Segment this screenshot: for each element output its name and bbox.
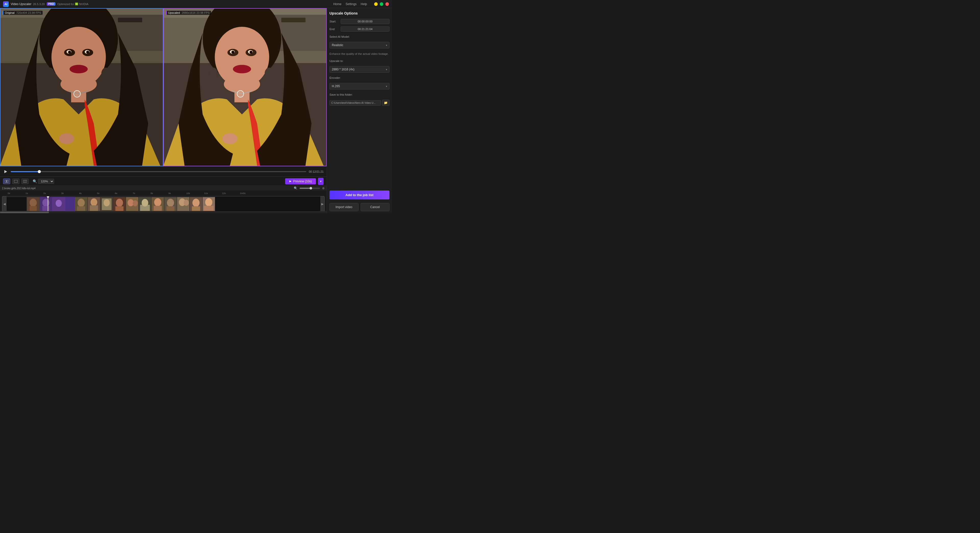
svg-point-34 xyxy=(233,65,251,73)
svg-point-17 xyxy=(45,68,55,79)
original-panel-label: Original 720x404 23.98 FPS xyxy=(3,11,43,15)
timeline-thumb-4 xyxy=(100,197,113,211)
svg-point-84 xyxy=(192,199,200,207)
svg-rect-61 xyxy=(90,205,98,211)
ai-model-value: Realistic xyxy=(332,43,343,47)
svg-rect-43 xyxy=(14,180,18,182)
chevron-down-icon-2: ▾ xyxy=(386,68,387,71)
chevron-down-icon-3: ▾ xyxy=(386,85,387,88)
encoder-label: Encoder: xyxy=(329,76,390,79)
ai-model-dropdown[interactable]: Realistic ▾ xyxy=(329,42,390,48)
folder-row: C:\Users\test\Videos\Nero AI Video U... … xyxy=(329,100,390,106)
preview-dropdown-button[interactable]: ▾ xyxy=(318,178,324,185)
import-video-button[interactable]: Import video xyxy=(329,203,359,211)
encoder-dropdown[interactable]: H.265 ▾ xyxy=(329,83,390,89)
timeline-thumb-8 xyxy=(151,197,164,211)
svg-point-82 xyxy=(184,200,189,206)
timeline-track[interactable] xyxy=(6,197,320,211)
zoom-select[interactable]: 120% 100% 75% 50% xyxy=(38,179,54,184)
svg-point-14 xyxy=(70,65,88,73)
horizontal-scrollbar[interactable] xyxy=(0,211,327,213)
start-input[interactable]: 00:00:00:00 xyxy=(341,19,390,24)
timeline-thumb-7 xyxy=(138,197,151,211)
svg-marker-40 xyxy=(4,170,7,173)
zoom-control: 🔍 120% 100% 75% 50% xyxy=(33,179,54,184)
progress-thumb[interactable] xyxy=(38,170,41,173)
scroll-thumb[interactable] xyxy=(0,212,49,213)
window-controls: − □ × xyxy=(374,2,389,6)
zoom-in-icon[interactable]: ⊕ xyxy=(322,186,325,190)
browse-folder-button[interactable]: 📁 xyxy=(382,100,390,106)
svg-point-78 xyxy=(167,199,174,207)
svg-point-37 xyxy=(209,68,218,79)
upscale-to-label: Upscale to: xyxy=(329,59,390,62)
model-hint: Enhance the quality of the actual video … xyxy=(329,52,390,56)
svg-point-39 xyxy=(222,133,237,144)
svg-rect-76 xyxy=(154,206,162,211)
maximize-button[interactable]: □ xyxy=(380,2,383,6)
timeline-scroll-right[interactable]: ▶ xyxy=(320,197,325,211)
home-link[interactable]: Home xyxy=(333,2,342,6)
svg-point-51 xyxy=(42,199,49,207)
timeline-zoom-slider[interactable] xyxy=(300,188,320,189)
svg-rect-5 xyxy=(118,18,142,22)
single-view-button[interactable] xyxy=(12,179,19,184)
upscale-to-dropdown[interactable]: 2880 * 1616 (4x) ▾ xyxy=(329,66,390,73)
settings-link[interactable]: Settings xyxy=(345,2,356,6)
compare-view-button[interactable] xyxy=(21,179,29,184)
app-version: 26.5.3.20 xyxy=(33,3,45,6)
svg-rect-49 xyxy=(30,206,37,211)
svg-point-33 xyxy=(250,51,253,54)
cancel-button[interactable]: Cancel xyxy=(361,203,390,211)
zoom-out-icon[interactable]: 🔍 xyxy=(294,186,298,190)
upscale-to-value: 2880 * 1616 (4x) xyxy=(332,68,355,71)
svg-point-75 xyxy=(154,198,161,206)
svg-point-70 xyxy=(133,200,138,206)
svg-rect-41 xyxy=(5,180,6,182)
svg-rect-85 xyxy=(192,206,200,211)
svg-marker-46 xyxy=(290,180,291,182)
timeline-thumb-purple-3 xyxy=(65,197,75,211)
main-layout: Original 720x404 23.98 FPS xyxy=(0,8,392,213)
close-button[interactable]: × xyxy=(385,2,389,6)
timeline-thumb-purple-1 xyxy=(40,197,52,211)
progress-bar[interactable] xyxy=(11,171,306,172)
end-label: End: xyxy=(329,27,339,30)
preview-panels: Original 720x404 23.98 FPS xyxy=(0,8,327,166)
title-bar: AI Video Upscaler 26.5.3.20 PRO Optimize… xyxy=(0,0,392,8)
timeline-header: 2.broke.girls.202.hdtv-lol.mp4 🔍 ⊕ xyxy=(0,186,327,190)
zoom-icon: 🔍 xyxy=(33,179,37,183)
chevron-down-icon: ▾ xyxy=(386,44,387,47)
end-input[interactable]: 00:21:21:04 xyxy=(341,27,390,32)
original-video-frame xyxy=(0,9,163,166)
minimize-button[interactable]: − xyxy=(374,2,378,6)
svg-rect-58 xyxy=(77,206,85,211)
add-to-job-button[interactable]: Add to the job list xyxy=(329,190,390,200)
timeline-thumb-purple-2 xyxy=(52,197,65,211)
svg-rect-55 xyxy=(65,197,75,211)
start-time-row: Start: 00:00:00:00 xyxy=(329,19,390,24)
svg-point-13 xyxy=(86,51,89,54)
folder-path-input[interactable]: C:\Users\test\Videos\Nero AI Video U... xyxy=(329,100,381,106)
svg-rect-88 xyxy=(204,206,213,211)
svg-rect-42 xyxy=(7,180,8,182)
ruler-ticks: 0s 1s 2s 3s 4s 5s 6s 7s 8s 9s 10s 11s 12… xyxy=(0,190,327,195)
split-view-button[interactable] xyxy=(3,179,10,184)
video-area: Original 720x404 23.98 FPS xyxy=(0,8,327,213)
pro-badge: PRO xyxy=(47,2,56,6)
time-display: 00:12/21:21 xyxy=(309,170,324,173)
timeline-scroll-left[interactable]: ◀ xyxy=(2,197,6,211)
upscaled-panel-label: Upscaled 2880x1616 23.98 FPS xyxy=(166,11,211,15)
svg-point-73 xyxy=(142,199,148,206)
timeline-track-container: ◀ xyxy=(2,196,325,211)
play-button[interactable] xyxy=(3,169,8,174)
timeline-thumb-3 xyxy=(88,197,100,211)
app-title: Video Upscaler xyxy=(11,2,32,6)
help-link[interactable]: Help xyxy=(361,2,367,6)
nvidia-brand: NVIDIA xyxy=(79,3,89,6)
upscaled-video-frame xyxy=(164,9,326,166)
svg-rect-25 xyxy=(281,18,305,22)
preview-button[interactable]: Preview (10s) xyxy=(285,178,316,184)
timeline-playhead xyxy=(48,197,48,211)
start-label: Start: xyxy=(329,20,339,23)
